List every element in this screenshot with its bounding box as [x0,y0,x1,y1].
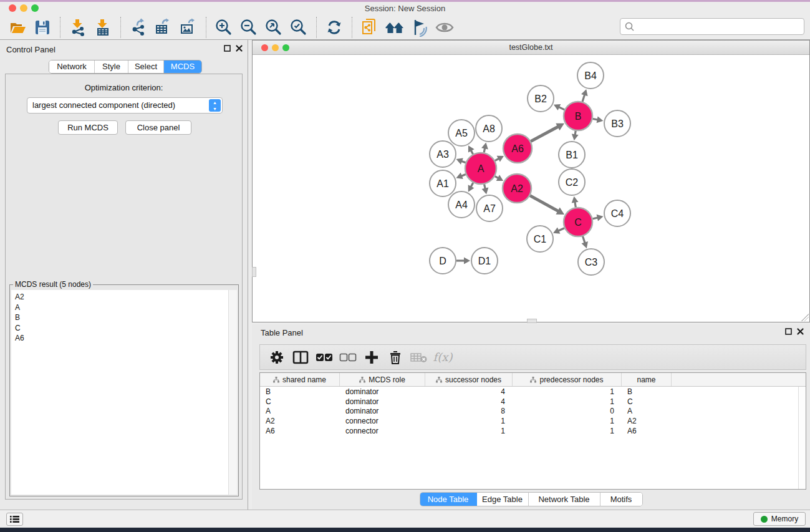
graph-node-B3[interactable]: B3 [604,110,630,137]
column-header-name[interactable]: name [622,373,672,386]
task-history-button[interactable] [6,513,23,526]
tab-style[interactable]: Style [95,60,128,73]
tab-select[interactable]: Select [128,60,164,73]
column-header-MCDS-role[interactable]: MCDS role [340,373,425,386]
graph-node-D1[interactable]: D1 [471,248,498,274]
column-header-predecessor-nodes[interactable]: predecessor nodes [513,373,622,386]
resize-grip-icon[interactable] [801,314,809,321]
column-header-shared-name[interactable]: shared name [260,373,340,386]
table-row[interactable]: Cdominator41C [260,397,806,407]
graph-node-C3[interactable]: C3 [578,249,604,275]
result-item[interactable]: A6 [15,333,228,344]
table-row[interactable]: Bdominator41B [260,387,806,397]
tab-mcds[interactable]: MCDS [164,60,201,73]
show-columns-icon[interactable] [290,348,311,367]
network-window-titlebar[interactable]: testGlobe.txt [253,41,809,55]
tab-network-table[interactable]: Network Table [529,493,600,506]
table-scrollbar[interactable] [798,387,806,489]
close-panel-button[interactable]: Close panel [125,120,191,135]
graph-node-A[interactable]: A [465,153,496,184]
open-file-icon[interactable] [6,16,29,39]
graph-node-C4[interactable]: C4 [604,200,630,226]
network-file-icon[interactable] [359,16,381,39]
splitter-handle-bottom[interactable] [527,319,537,323]
graph-node-A4[interactable]: A4 [448,191,475,218]
graph-node-A7[interactable]: A7 [476,195,503,221]
import-network-icon[interactable] [67,16,89,39]
graph-node-A6[interactable]: A6 [503,134,532,163]
memory-button[interactable]: Memory [753,512,806,526]
tab-motifs[interactable]: Motifs [600,493,642,506]
network-canvas[interactable]: B4B2BB3A5A8A6A3AB1A1C2A2A4A7CC4C1C3DD1 [253,55,809,322]
select-all-checkboxes-icon[interactable] [314,348,335,367]
graph-node-B2[interactable]: B2 [528,85,554,112]
run-mcds-button[interactable]: Run MCDS [58,120,118,135]
zoom-out-icon[interactable] [238,16,260,39]
close-panel-icon[interactable] [236,45,243,52]
graph-node-B4[interactable]: B4 [577,62,604,89]
export-network-icon[interactable] [127,16,150,39]
network-close-button[interactable] [261,44,268,51]
home-icon[interactable] [383,16,406,39]
export-table-icon[interactable] [152,16,175,39]
column-header-successor-nodes[interactable]: successor nodes [425,373,513,386]
import-table-icon[interactable] [92,16,114,39]
export-image-icon[interactable] [177,16,200,39]
table-row[interactable]: A2connector11A2 [260,416,806,426]
tab-node-table[interactable]: Node Table [420,493,477,506]
graph-node-C1[interactable]: C1 [527,226,553,252]
table-cell: A [260,407,340,415]
close-panel-icon[interactable] [797,328,804,335]
hide-details-icon[interactable] [408,16,431,39]
result-item[interactable]: B [15,312,228,323]
tab-network[interactable]: Network [49,60,95,73]
graph-edge-A6-B[interactable] [531,127,559,142]
search-field[interactable] [620,18,804,35]
graph-node-A1[interactable]: A1 [430,170,456,196]
graph-node-C2[interactable]: C2 [559,169,585,195]
graph-node-D[interactable]: D [430,248,456,274]
edge-arrowhead-icon [572,134,579,141]
network-zoom-button[interactable] [282,44,289,51]
save-session-icon[interactable] [31,16,54,39]
result-item[interactable]: C [15,323,228,334]
create-column-plus-icon[interactable] [361,348,382,367]
delete-table-icon[interactable] [408,348,430,367]
result-item[interactable]: A [15,302,228,313]
graph-node-A5[interactable]: A5 [448,120,475,146]
zoom-fit-icon[interactable] [263,16,285,39]
search-input[interactable] [635,21,804,33]
result-scrollbar[interactable] [228,290,237,495]
table-row[interactable]: A6connector11A6 [260,426,806,436]
float-panel-icon[interactable] [785,328,792,335]
toolbar-separator [206,17,206,38]
minimize-window-button[interactable] [20,4,27,12]
zoom-selected-icon[interactable] [287,16,310,39]
graph-node-B[interactable]: B [564,102,592,130]
graph-node-A2[interactable]: A2 [503,174,531,203]
tab-edge-table[interactable]: Edge Table [477,493,529,506]
graph-node-C[interactable]: C [564,208,592,236]
deselect-all-checkboxes-icon[interactable] [337,348,359,367]
float-panel-icon[interactable] [224,45,231,52]
zoom-in-icon[interactable] [213,16,235,39]
zoom-window-button[interactable] [31,4,39,12]
network-minimize-button[interactable] [272,44,279,51]
delete-column-trash-icon[interactable] [385,348,406,367]
splitter-handle-left[interactable] [252,267,256,277]
refresh-icon[interactable] [323,16,345,39]
function-builder-icon[interactable]: f(x) [432,348,453,367]
table-row[interactable]: Adominator80A [260,406,806,416]
mcds-result-list[interactable]: A2ABCA6 [11,290,228,495]
graph-node-B1[interactable]: B1 [559,142,585,168]
eye-icon[interactable] [433,16,456,39]
table-cell: C [622,397,672,406]
graph-edge-A2-C[interactable] [530,196,559,212]
criterion-dropdown[interactable]: largest connected component (directed) ▲… [27,97,223,114]
graph-node-A3[interactable]: A3 [430,141,456,167]
result-item[interactable]: A2 [15,292,228,302]
table-cell: A [622,407,672,415]
table-settings-gear-icon[interactable] [266,348,287,367]
close-window-button[interactable] [9,4,16,12]
graph-node-A8[interactable]: A8 [476,115,502,142]
